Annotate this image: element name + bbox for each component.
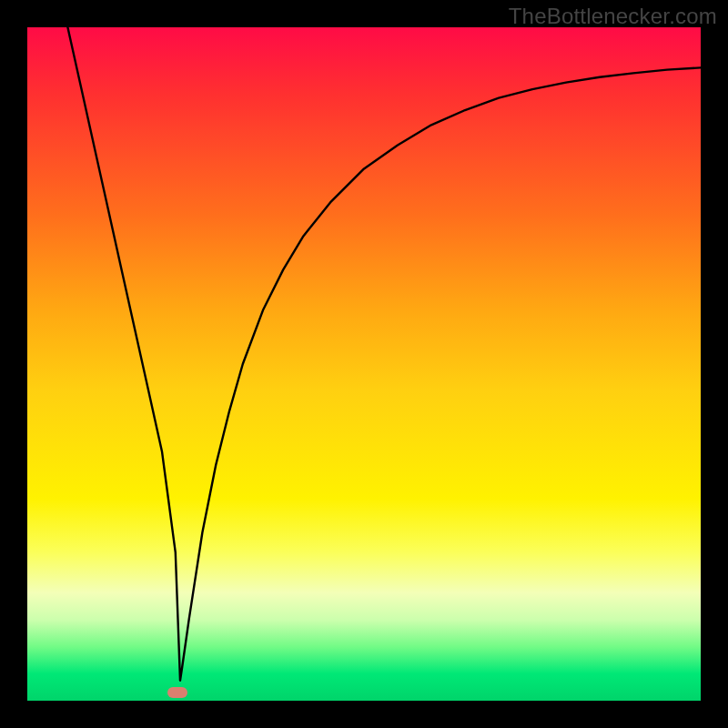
plot-area: [27, 27, 701, 701]
watermark-text: TheBottlenecker.com: [509, 4, 717, 29]
chart-frame: TheBottlenecker.com: [0, 0, 728, 728]
bottleneck-curve: [67, 27, 701, 681]
optimum-marker: [167, 687, 187, 698]
curve-svg: [27, 27, 701, 701]
